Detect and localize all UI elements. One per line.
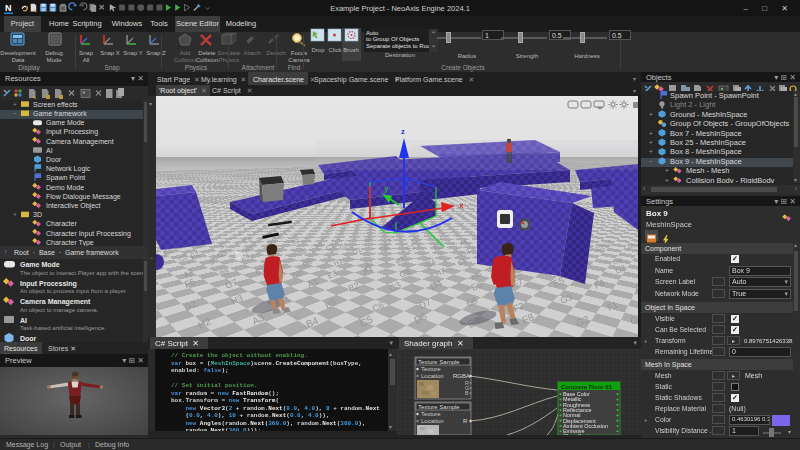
svg-text:Box 7 - MeshInSpace: Box 7 - MeshInSpace (670, 129, 742, 138)
svg-text:B5: B5 (324, 297, 338, 311)
svg-text:D6: D6 (412, 310, 429, 325)
svg-text:Door: Door (46, 156, 62, 163)
svg-text:Demo Mode: Demo Mode (46, 184, 84, 191)
svg-text:Task-based artificial intellig: Task-based artificial intelligence. (20, 325, 106, 331)
svg-text:Input Processing: Input Processing (46, 128, 98, 136)
svg-text:F6: F6 (593, 277, 607, 290)
svg-text:G3: G3 (217, 249, 228, 259)
svg-text:Mesh - Mesh: Mesh - Mesh (686, 166, 729, 175)
svg-text:G7: G7 (224, 277, 239, 291)
svg-text:H6: H6 (627, 242, 637, 251)
svg-text:Screen effects: Screen effects (33, 101, 78, 108)
svg-text:C7: C7 (325, 242, 336, 252)
svg-text:−: − (13, 110, 17, 117)
svg-text:−: − (649, 158, 653, 165)
svg-text:Texture Sample: Texture Sample (418, 359, 460, 365)
svg-text:+: + (13, 101, 17, 108)
svg-text:AI: AI (46, 147, 53, 154)
svg-text:Input Processing: Input Processing (20, 280, 77, 288)
svg-text:H6: H6 (470, 269, 484, 282)
svg-text:Location: Location (421, 418, 444, 424)
svg-text:y: y (384, 184, 389, 193)
svg-text:E2: E2 (291, 237, 301, 246)
svg-text:Game framework: Game framework (33, 110, 87, 117)
svg-text:+: + (13, 211, 17, 218)
svg-text:A3: A3 (250, 312, 266, 327)
svg-text:G6: G6 (302, 258, 313, 268)
svg-text:Camera Management: Camera Management (20, 298, 91, 306)
svg-text:RGBA: RGBA (453, 373, 470, 379)
svg-text:B4: B4 (304, 315, 320, 330)
svg-text:D8: D8 (379, 243, 390, 253)
svg-text:An object to process input fro: An object to process input from a player… (20, 288, 127, 294)
svg-text:G5: G5 (398, 267, 412, 280)
svg-text:D2: D2 (290, 268, 304, 281)
svg-text:Concrete Floor 01: Concrete Floor 01 (561, 384, 613, 390)
svg-text:G3: G3 (460, 248, 471, 258)
svg-text:Texture: Texture (421, 366, 441, 372)
svg-text:G4: G4 (411, 236, 421, 245)
svg-text:F3: F3 (315, 241, 324, 250)
svg-text:Location: Location (421, 373, 444, 379)
svg-text:B8: B8 (218, 266, 231, 278)
svg-text:Game Mode: Game Mode (46, 119, 85, 126)
svg-text:R: R (463, 418, 468, 424)
svg-text:H1: H1 (333, 257, 344, 267)
svg-text:Box 25 - MeshInSpace: Box 25 - MeshInSpace (670, 138, 746, 147)
svg-text:G5: G5 (603, 239, 613, 248)
svg-text:Door: Door (20, 335, 37, 342)
svg-text:H4: H4 (244, 244, 255, 254)
svg-text:D1: D1 (352, 246, 363, 256)
svg-text:E5: E5 (552, 275, 566, 289)
svg-text:C2: C2 (178, 253, 189, 263)
svg-text:C6: C6 (371, 300, 386, 314)
svg-text:G1: G1 (628, 311, 638, 327)
svg-text:B1: B1 (457, 257, 468, 267)
svg-text:3D: 3D (33, 211, 42, 218)
svg-text:+: + (649, 139, 653, 146)
svg-text:+: + (649, 148, 653, 155)
svg-text:Character: Character (46, 220, 77, 227)
svg-text:F2: F2 (190, 250, 200, 260)
svg-text:Spawn Point - SpawnPoint: Spawn Point - SpawnPoint (670, 91, 760, 100)
svg-text:A7: A7 (182, 267, 195, 279)
svg-text:+: + (649, 111, 653, 118)
svg-text:G5: G5 (339, 242, 349, 251)
svg-text:D4: D4 (429, 278, 444, 292)
svg-text:E6: E6 (470, 279, 484, 293)
svg-text:The object to interact Player: The object to interact Player app with t… (20, 270, 148, 276)
svg-text:Game Mode: Game Mode (20, 261, 60, 268)
svg-text:Camera Management: Camera Management (46, 138, 114, 146)
svg-text:B2: B2 (347, 280, 361, 294)
svg-text:B7: B7 (219, 241, 229, 250)
svg-text:Network Logic: Network Logic (46, 165, 91, 173)
svg-text:Texture: Texture (421, 411, 441, 417)
svg-text:A6: A6 (459, 238, 469, 247)
svg-text:Group Of Objects - GroupOfObje: Group Of Objects - GroupOfObjects (670, 119, 789, 128)
svg-text:z: z (401, 127, 405, 136)
svg-text:+: + (665, 177, 669, 183)
svg-text:Character Type: Character Type (46, 239, 94, 246)
svg-text:Ground - MeshInSpace: Ground - MeshInSpace (670, 110, 748, 119)
svg-text:x: x (459, 201, 464, 210)
svg-text:AI: AI (20, 317, 27, 324)
svg-text:A1: A1 (306, 276, 320, 290)
svg-text:F1: F1 (606, 299, 620, 312)
svg-text:B: B (465, 390, 469, 396)
svg-text:G1: G1 (156, 311, 159, 327)
svg-text:Texture Sample: Texture Sample (418, 404, 460, 410)
svg-text:B3: B3 (395, 255, 406, 265)
svg-text:Flow Dialogue Message: Flow Dialogue Message (46, 193, 121, 201)
svg-text:Box 8 - MeshInSpace: Box 8 - MeshInSpace (670, 147, 742, 156)
svg-text:An object to manage camera.: An object to manage camera. (20, 307, 99, 313)
svg-text:Light 2 - Light: Light 2 - Light (670, 100, 716, 109)
svg-text:Box 9 - MeshInSpace: Box 9 - MeshInSpace (670, 157, 742, 166)
svg-text:Spawn Point: Spawn Point (46, 174, 85, 182)
svg-text:E3: E3 (326, 268, 339, 280)
svg-text:Character Input Processing: Character Input Processing (46, 230, 131, 238)
svg-text:H6: H6 (363, 235, 373, 244)
svg-text:G2: G2 (574, 313, 591, 329)
svg-text:+: + (665, 167, 669, 174)
svg-text:H2: H2 (196, 315, 213, 330)
svg-text:H7: H7 (434, 266, 448, 279)
